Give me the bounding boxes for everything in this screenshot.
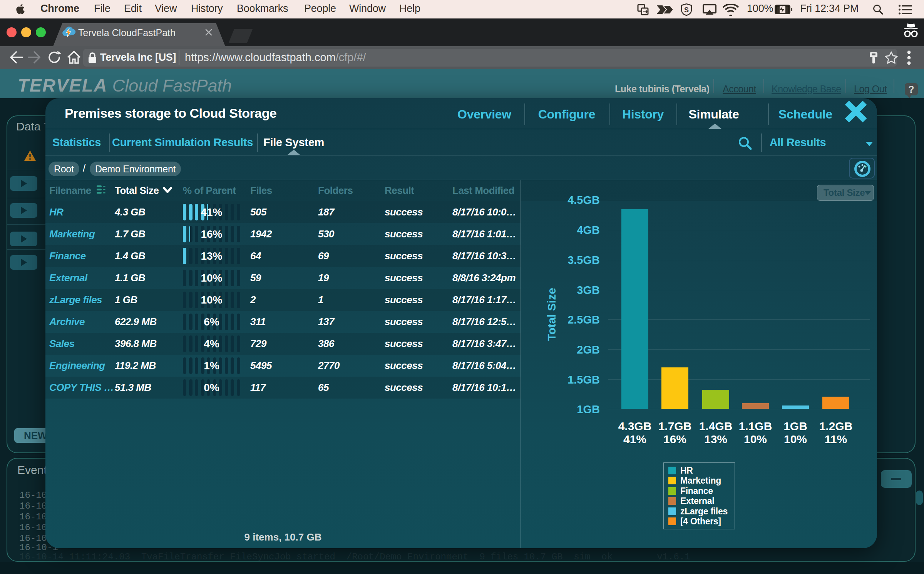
svg-text:S: S xyxy=(684,6,689,14)
